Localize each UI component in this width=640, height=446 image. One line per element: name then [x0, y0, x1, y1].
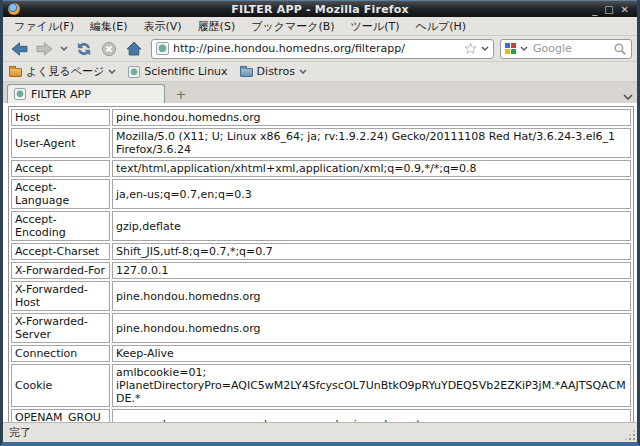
forward-button[interactable]: [33, 38, 55, 60]
bookmark-item[interactable]: Distros: [240, 65, 307, 78]
url-dropdown-icon[interactable]: [481, 46, 489, 51]
header-value-cell: ja,en-us;q=0.7,en;q=0.3: [112, 179, 631, 209]
browser-window: FILTER APP - Mozilla Firefox _ □ ✕ ファイル(…: [0, 0, 640, 446]
title-bar: FILTER APP - Mozilla Firefox _ □ ✕: [3, 0, 637, 17]
header-value-cell: Mozilla/5.0 (X11; U; Linux x86_64; ja; r…: [112, 128, 631, 158]
menu-item[interactable]: ファイル(F): [7, 17, 81, 36]
header-name-cell: OPENAM_GROUP: [11, 409, 110, 422]
header-value-cell: 127.0.0.1: [112, 262, 631, 279]
chevron-down-icon: [623, 94, 633, 100]
status-bar: 完了: [3, 422, 637, 442]
tab-favicon-icon: [14, 88, 26, 100]
tab-label: FILTER APP: [31, 88, 91, 101]
table-row: Connection Keep-Alive: [11, 345, 631, 362]
header-value-cell: Keep-Alive: [112, 345, 631, 362]
search-engine-dropdown-icon[interactable]: [520, 46, 528, 51]
window-title: FILTER APP - Mozilla Firefox: [3, 3, 637, 16]
table-row: X-Forwarded-For 127.0.0.1: [11, 262, 631, 279]
new-tab-button[interactable]: +: [169, 86, 193, 103]
header-value-cell: cn=employee,ou=groups,dc=opensso,dc=java…: [112, 409, 631, 422]
header-name-cell: X-Forwarded-Server: [11, 313, 110, 343]
table-row: X-Forwarded-Server pine.hondou.homedns.o…: [11, 313, 631, 343]
menu-item[interactable]: ヘルプ(H): [408, 17, 473, 36]
menu-item[interactable]: 編集(E): [83, 17, 135, 36]
navigation-toolbar: [3, 36, 637, 62]
home-button[interactable]: [123, 38, 145, 60]
bookmark-label: よく見るページ: [26, 64, 104, 79]
table-row: Accept-Encoding gzip,deflate: [11, 211, 631, 241]
header-name-cell: Connection: [11, 345, 110, 362]
bookmark-item[interactable]: よく見るページ: [9, 64, 116, 79]
bookmark-icon: [240, 68, 253, 77]
table-row: Accept text/html,application/xhtml+xml,a…: [11, 160, 631, 177]
tab-filter-app[interactable]: FILTER APP: [7, 84, 165, 103]
table-row: OPENAM_GROUP cn=employee,ou=groups,dc=op…: [11, 409, 631, 422]
bookmark-icon: [128, 66, 140, 78]
url-bar[interactable]: [151, 39, 494, 59]
table-row: Accept-Language ja,en-us;q=0.7,en;q=0.3: [11, 179, 631, 209]
bookmark-star-icon[interactable]: [464, 42, 477, 55]
table-row: Cookie amlbcookie=01; iPlanetDirectoryPr…: [11, 364, 631, 407]
header-name-cell: User-Agent: [11, 128, 110, 158]
chevron-down-icon: [108, 69, 116, 74]
search-box[interactable]: [500, 39, 632, 59]
status-text: 完了: [9, 425, 31, 440]
list-all-tabs-button[interactable]: [623, 94, 633, 100]
menu-item[interactable]: ツール(T): [344, 17, 407, 36]
header-value-cell: gzip,deflate: [112, 211, 631, 241]
header-value-cell: pine.hondou.homedns.org: [112, 313, 631, 343]
header-value-cell: pine.hondou.homedns.org: [112, 109, 631, 126]
resize-grip[interactable]: [626, 431, 635, 440]
header-name-cell: Host: [11, 109, 110, 126]
menu-item[interactable]: 履歴(S): [191, 17, 243, 36]
bookmark-item[interactable]: Scientific Linux: [128, 65, 227, 78]
header-value-cell: amlbcookie=01; iPlanetDirectoryPro=AQIC5…: [112, 364, 631, 407]
header-name-cell: Accept-Charset: [11, 243, 110, 260]
search-icon[interactable]: [613, 42, 627, 56]
stop-icon: [101, 41, 117, 57]
menu-bar: ファイル(F)編集(E)表示(V)履歴(S)ブックマーク(B)ツール(T)ヘルプ…: [3, 17, 637, 36]
back-icon: [11, 41, 28, 57]
chevron-down-icon: [60, 46, 68, 51]
table-row: Accept-Charset Shift_JIS,utf-8;q=0.7,*;q…: [11, 243, 631, 260]
search-input[interactable]: [531, 41, 610, 56]
request-headers-table: Host pine.hondou.homedns.org User-Agent …: [8, 106, 634, 422]
header-value-cell: text/html,application/xhtml+xml,applicat…: [112, 160, 631, 177]
close-button[interactable]: ✕: [621, 2, 629, 17]
table-row: X-Forwarded-Host pine.hondou.homedns.org: [11, 281, 631, 311]
header-value-cell: Shift_JIS,utf-8;q=0.7,*;q=0.7: [112, 243, 631, 260]
header-name-cell: Accept-Language: [11, 179, 110, 209]
reload-icon: [76, 41, 92, 57]
page-content: Host pine.hondou.homedns.org User-Agent …: [3, 103, 637, 422]
url-input[interactable]: [173, 42, 460, 55]
header-name-cell: Accept: [11, 160, 110, 177]
header-name-cell: X-Forwarded-Host: [11, 281, 110, 311]
chevron-down-icon: [299, 69, 307, 74]
menu-item[interactable]: ブックマーク(B): [244, 17, 341, 36]
header-value-cell: pine.hondou.homedns.org: [112, 281, 631, 311]
maximize-button[interactable]: □: [604, 2, 613, 17]
header-name-cell: Cookie: [11, 364, 110, 407]
bookmark-label: Scientific Linux: [144, 65, 227, 78]
header-name-cell: Accept-Encoding: [11, 211, 110, 241]
tab-bar: FILTER APP +: [3, 82, 637, 103]
google-logo-icon: [505, 43, 517, 55]
home-icon: [126, 41, 142, 56]
history-dropdown-button[interactable]: [58, 38, 70, 60]
menu-item[interactable]: 表示(V): [137, 17, 189, 36]
bookmark-label: Distros: [257, 65, 295, 78]
table-row: Host pine.hondou.homedns.org: [11, 109, 631, 126]
minimize-button[interactable]: _: [592, 2, 597, 17]
reload-button[interactable]: [73, 38, 95, 60]
bookmark-icon: [9, 68, 22, 77]
back-button[interactable]: [8, 38, 30, 60]
site-favicon-icon: [156, 42, 169, 55]
forward-icon: [36, 41, 53, 57]
table-row: User-Agent Mozilla/5.0 (X11; U; Linux x8…: [11, 128, 631, 158]
bookmarks-toolbar: よく見るページ Scientific Linux Distros: [3, 62, 637, 82]
header-name-cell: X-Forwarded-For: [11, 262, 110, 279]
stop-button[interactable]: [98, 38, 120, 60]
